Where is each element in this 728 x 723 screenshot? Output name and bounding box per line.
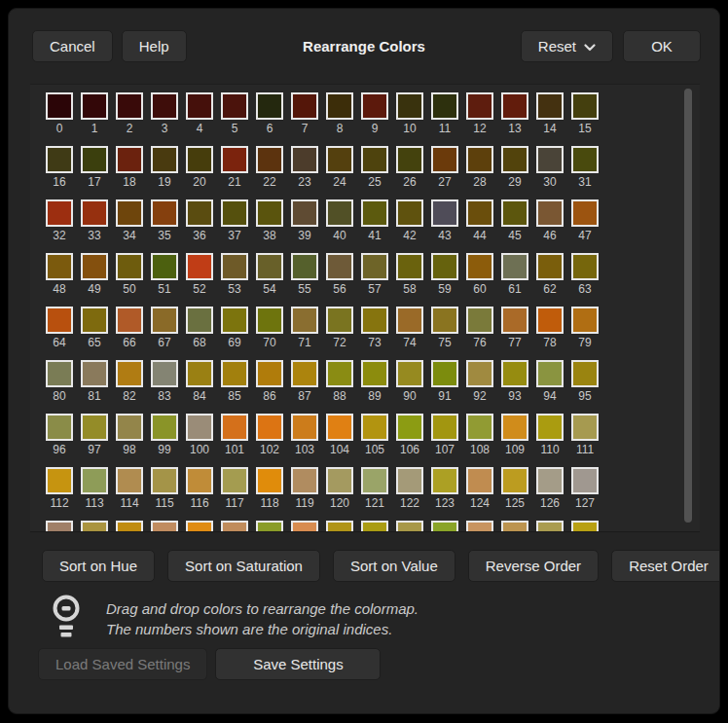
- color-swatch-22[interactable]: [256, 146, 283, 173]
- color-swatch-99[interactable]: [151, 414, 178, 441]
- color-swatch-27[interactable]: [431, 146, 458, 173]
- color-swatch-79[interactable]: [571, 307, 599, 334]
- color-swatch-126[interactable]: [536, 467, 564, 494]
- color-swatch-25[interactable]: [361, 146, 388, 173]
- reverse-order-button[interactable]: Reverse Order: [468, 550, 599, 582]
- color-swatch-37[interactable]: [221, 199, 248, 227]
- color-swatch-132[interactable]: [186, 521, 213, 532]
- color-swatch-84[interactable]: [186, 360, 213, 387]
- color-swatch-48[interactable]: [46, 253, 73, 280]
- color-swatch-92[interactable]: [466, 360, 493, 387]
- color-swatch-0[interactable]: [46, 92, 73, 120]
- color-swatch-106[interactable]: [396, 414, 423, 441]
- color-swatch-122[interactable]: [396, 467, 423, 494]
- color-swatch-1[interactable]: [81, 92, 108, 120]
- color-swatch-93[interactable]: [501, 360, 528, 387]
- color-swatch-19[interactable]: [151, 146, 178, 173]
- ok-button[interactable]: OK: [623, 30, 701, 62]
- color-swatch-102[interactable]: [256, 414, 283, 441]
- sort-on-hue-button[interactable]: Sort on Hue: [42, 550, 155, 582]
- color-swatch-95[interactable]: [571, 360, 599, 387]
- color-swatch-64[interactable]: [46, 307, 73, 334]
- color-swatch-100[interactable]: [186, 414, 213, 441]
- color-swatch-75[interactable]: [431, 307, 458, 334]
- color-swatch-128[interactable]: [46, 521, 73, 532]
- color-swatch-86[interactable]: [256, 360, 283, 387]
- color-swatch-67[interactable]: [151, 307, 178, 334]
- color-swatch-96[interactable]: [46, 414, 73, 441]
- color-swatch-68[interactable]: [186, 307, 213, 334]
- color-swatch-105[interactable]: [361, 414, 388, 441]
- color-swatch-28[interactable]: [466, 146, 493, 173]
- color-swatch-51[interactable]: [151, 253, 178, 280]
- color-swatch-118[interactable]: [256, 467, 283, 494]
- color-swatch-140[interactable]: [466, 521, 493, 532]
- color-swatch-23[interactable]: [291, 146, 318, 173]
- color-swatch-90[interactable]: [396, 360, 423, 387]
- color-swatch-76[interactable]: [466, 307, 493, 334]
- color-swatch-62[interactable]: [536, 253, 564, 280]
- color-swatch-35[interactable]: [151, 199, 178, 227]
- color-swatch-18[interactable]: [116, 146, 143, 173]
- color-swatch-83[interactable]: [151, 360, 178, 387]
- color-swatch-45[interactable]: [501, 199, 528, 227]
- color-swatch-94[interactable]: [536, 360, 564, 387]
- color-swatch-97[interactable]: [81, 414, 108, 441]
- reset-dropdown-button[interactable]: Reset: [521, 30, 613, 62]
- color-swatch-143[interactable]: [571, 521, 599, 532]
- color-swatch-142[interactable]: [536, 521, 564, 532]
- color-swatch-81[interactable]: [81, 360, 108, 387]
- color-swatch-111[interactable]: [571, 414, 599, 441]
- color-swatch-20[interactable]: [186, 146, 213, 173]
- color-swatch-29[interactable]: [501, 146, 528, 173]
- color-swatch-66[interactable]: [116, 307, 143, 334]
- color-swatch-134[interactable]: [256, 521, 283, 532]
- color-swatch-61[interactable]: [501, 253, 528, 280]
- color-swatch-52[interactable]: [186, 253, 213, 280]
- color-swatch-57[interactable]: [361, 253, 388, 280]
- color-swatch-80[interactable]: [46, 360, 73, 387]
- color-swatch-41[interactable]: [361, 199, 388, 227]
- color-swatch-137[interactable]: [361, 521, 388, 532]
- color-swatch-5[interactable]: [221, 92, 248, 120]
- color-swatch-78[interactable]: [536, 307, 564, 334]
- color-swatch-63[interactable]: [571, 253, 599, 280]
- color-swatch-129[interactable]: [81, 521, 108, 532]
- color-swatch-59[interactable]: [431, 253, 458, 280]
- color-swatch-120[interactable]: [326, 467, 353, 494]
- color-swatch-12[interactable]: [466, 92, 493, 120]
- color-swatch-10[interactable]: [396, 92, 423, 120]
- color-swatch-130[interactable]: [116, 521, 143, 532]
- color-swatch-40[interactable]: [326, 199, 353, 227]
- color-swatch-7[interactable]: [291, 92, 318, 120]
- color-swatch-53[interactable]: [221, 253, 248, 280]
- color-swatch-34[interactable]: [116, 199, 143, 227]
- color-swatch-65[interactable]: [81, 307, 108, 334]
- color-swatch-17[interactable]: [81, 146, 108, 173]
- color-swatch-131[interactable]: [151, 521, 178, 532]
- color-swatch-73[interactable]: [361, 307, 388, 334]
- color-swatch-42[interactable]: [396, 199, 423, 227]
- color-swatch-136[interactable]: [326, 521, 353, 532]
- color-swatch-133[interactable]: [221, 521, 248, 532]
- color-swatch-13[interactable]: [501, 92, 528, 120]
- color-swatch-55[interactable]: [291, 253, 318, 280]
- color-swatch-21[interactable]: [221, 146, 248, 173]
- color-swatch-98[interactable]: [116, 414, 143, 441]
- color-swatch-2[interactable]: [116, 92, 143, 120]
- color-swatch-36[interactable]: [186, 199, 213, 227]
- color-swatch-115[interactable]: [151, 467, 178, 494]
- color-swatch-114[interactable]: [116, 467, 143, 494]
- color-swatch-69[interactable]: [221, 307, 248, 334]
- color-swatch-58[interactable]: [396, 253, 423, 280]
- color-swatch-135[interactable]: [291, 521, 318, 532]
- color-swatch-119[interactable]: [291, 467, 318, 494]
- color-swatch-33[interactable]: [81, 199, 108, 227]
- color-swatch-117[interactable]: [221, 467, 248, 494]
- color-swatch-6[interactable]: [256, 92, 283, 120]
- color-swatch-125[interactable]: [501, 467, 528, 494]
- color-swatch-32[interactable]: [46, 199, 73, 227]
- sort-on-value-button[interactable]: Sort on Value: [333, 550, 455, 582]
- color-swatch-8[interactable]: [326, 92, 353, 120]
- color-swatch-87[interactable]: [291, 360, 318, 387]
